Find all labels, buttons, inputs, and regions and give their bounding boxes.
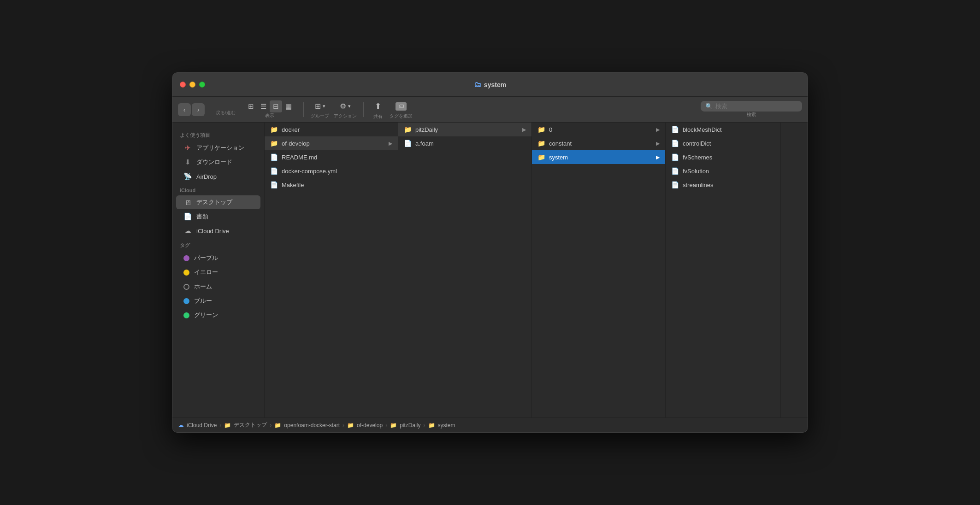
- sidebar-item-tag-green[interactable]: グリーン: [176, 308, 260, 322]
- item-controlDict[interactable]: 📄 controlDict: [666, 136, 780, 150]
- item-docker[interactable]: 📁 docker: [265, 123, 398, 136]
- back-button[interactable]: ‹: [178, 103, 191, 116]
- item-label-constant: constant: [549, 140, 572, 147]
- statusbar-cloud-icon: ☁: [178, 422, 184, 429]
- columns-scroll: 📁 docker 📁 of-develop ▶ 📄 README.md 📄: [265, 123, 808, 417]
- item-fvSolution[interactable]: 📄 fvSolution: [666, 164, 780, 178]
- columns-area: 📁 docker 📁 of-develop ▶ 📄 README.md 📄: [265, 123, 808, 417]
- statusbar-icloud-drive[interactable]: iCloud Drive: [187, 422, 217, 429]
- arrow-icon-2: ▶: [522, 127, 526, 133]
- item-blockMeshDict[interactable]: 📄 blockMeshDict: [666, 123, 780, 136]
- sidebar-item-label-home: ホーム: [194, 282, 212, 291]
- folder-icon-4: 📁: [537, 126, 545, 133]
- item-label-a-foam: a.foam: [415, 140, 434, 147]
- view-section: ⊞ ☰ ⊟ ▦ 表示: [245, 100, 295, 119]
- share-button[interactable]: ⬆: [370, 99, 386, 113]
- item-constant[interactable]: 📁 constant ▶: [532, 136, 665, 150]
- icon-view-button[interactable]: ⊞: [245, 100, 257, 112]
- sidebar-item-applications[interactable]: ✈ アプリケーション: [176, 141, 260, 155]
- sidebar-item-tag-home[interactable]: ホーム: [176, 280, 260, 294]
- folder-icon-3: 📁: [404, 126, 412, 133]
- sidebar-item-label-documents: 書類: [196, 212, 208, 221]
- arrow-icon: ▶: [389, 141, 392, 147]
- file-icon: 📄: [270, 153, 278, 161]
- tag-section: 🏷 タグを追加: [390, 100, 413, 119]
- statusbar-pitzdaily[interactable]: pitzDaily: [400, 422, 420, 429]
- folder-icon: 📁: [270, 126, 278, 133]
- file-icon-9: 📄: [671, 181, 679, 188]
- statusbar-openfoam[interactable]: openfoam-docker-start: [284, 422, 340, 429]
- item-fvSchemes[interactable]: 📄 fvSchemes: [666, 150, 780, 164]
- sidebar-item-downloads[interactable]: ⬇ ダウンロード: [176, 155, 260, 169]
- item-a-foam[interactable]: 📄 a.foam: [398, 136, 531, 150]
- tag-label: タグを追加: [390, 113, 413, 119]
- column-view-button[interactable]: ⊟: [270, 100, 282, 112]
- tag-button[interactable]: 🏷: [391, 100, 411, 113]
- statusbar-folder-icon-3: 📁: [347, 422, 354, 429]
- desktop-icon: 🖥: [183, 199, 192, 206]
- item-readme[interactable]: 📄 README.md: [265, 150, 398, 164]
- sidebar-item-desktop[interactable]: 🖥 デスクトップ: [176, 195, 260, 209]
- group-button[interactable]: ⊞ ▾: [310, 100, 330, 113]
- statusbar-of-develop[interactable]: of-develop: [357, 422, 383, 429]
- item-zero[interactable]: 📁 0 ▶: [532, 123, 665, 136]
- fullscreen-button[interactable]: [199, 82, 205, 88]
- sidebar-item-label-green: グリーン: [194, 311, 218, 319]
- sidebar-item-airdrop[interactable]: 📡 AirDrop: [176, 170, 260, 183]
- separator-2: [363, 102, 364, 117]
- sidebar-item-label-icloud-drive: iCloud Drive: [196, 228, 229, 235]
- sidebar-item-label-blue: ブルー: [194, 297, 212, 305]
- airdrop-icon: 📡: [183, 172, 192, 181]
- group-arrow-icon: ▾: [323, 103, 325, 109]
- search-input[interactable]: [715, 103, 797, 110]
- item-docker-compose[interactable]: 📄 docker-compose.yml: [265, 164, 398, 178]
- sidebar-item-documents[interactable]: 📄 書類: [176, 210, 260, 223]
- item-label-pitzdaily: pitzDaily: [415, 126, 438, 133]
- file-icon-7: 📄: [671, 153, 679, 161]
- arrow-icon-3: ▶: [656, 127, 660, 133]
- applications-icon: ✈: [183, 144, 192, 152]
- folder-icon-2: 📁: [270, 140, 278, 147]
- item-label-fvSchemes: fvSchemes: [683, 154, 712, 161]
- item-system[interactable]: 📁 system ▶: [532, 150, 665, 164]
- column-4: 📄 blockMeshDict 📄 controlDict 📄 fvScheme…: [666, 123, 781, 417]
- share-label: 共有: [373, 113, 383, 120]
- title-folder-icon: 🗂: [474, 81, 481, 89]
- close-button[interactable]: [180, 82, 186, 88]
- action-label: アクション: [334, 113, 357, 119]
- blue-dot: [183, 298, 189, 304]
- statusbar-desktop[interactable]: デスクトップ: [234, 421, 267, 429]
- sidebar-item-tag-yellow[interactable]: イエロー: [176, 265, 260, 279]
- item-label-fvSolution: fvSolution: [683, 168, 709, 175]
- sidebar-item-tag-purple[interactable]: パープル: [176, 251, 260, 265]
- sep-4: ›: [385, 422, 387, 429]
- item-makefile[interactable]: 📄 Makefile: [265, 178, 398, 192]
- statusbar-system[interactable]: system: [438, 422, 455, 429]
- action-button[interactable]: ⚙ ▾: [335, 100, 355, 113]
- window-title: 🗂 system: [474, 81, 506, 89]
- item-label-docker-compose: docker-compose.yml: [282, 168, 337, 175]
- group-label: グループ: [311, 113, 329, 119]
- icloud-label: iCloud: [172, 184, 264, 195]
- share-section: ⬆ 共有: [370, 99, 386, 120]
- item-pitzdaily[interactable]: 📁 pitzDaily ▶: [398, 123, 531, 136]
- sidebar-item-icloud-drive[interactable]: ☁ iCloud Drive: [176, 224, 260, 238]
- sidebar-item-tag-blue[interactable]: ブルー: [176, 294, 260, 308]
- item-streamlines[interactable]: 📄 streamlines: [666, 178, 780, 192]
- gallery-view-button[interactable]: ▦: [282, 100, 295, 112]
- list-view-button[interactable]: ☰: [257, 100, 270, 112]
- item-label-blockMeshDict: blockMeshDict: [683, 126, 722, 133]
- tags-label: タグ: [172, 238, 264, 251]
- search-wrapper: 🔍 検索: [701, 101, 802, 118]
- folder-icon-6: 📁: [537, 153, 545, 161]
- sep-5: ›: [424, 422, 425, 429]
- favorites-label: よく使う項目: [172, 128, 264, 141]
- forward-button[interactable]: ›: [192, 103, 205, 116]
- search-box[interactable]: 🔍: [701, 101, 802, 112]
- minimize-button[interactable]: [189, 82, 195, 88]
- view-buttons: ⊞ ☰ ⊟ ▦: [245, 100, 295, 112]
- statusbar: ☁ iCloud Drive › 📁 デスクトップ › 📁 openfoam-d…: [172, 417, 808, 432]
- item-of-develop[interactable]: 📁 of-develop ▶: [265, 136, 398, 150]
- sep-3: ›: [342, 422, 344, 429]
- column-3: 📁 0 ▶ 📁 constant ▶ 📁 system ▶: [532, 123, 666, 417]
